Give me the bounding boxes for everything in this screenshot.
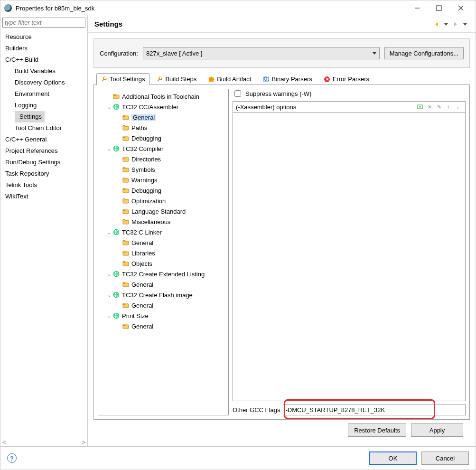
tool-tree-item[interactable]: Optimization — [99, 196, 227, 206]
tool-tree-item[interactable]: General — [99, 112, 227, 122]
expand-icon[interactable]: ⌄ — [106, 313, 112, 319]
list-moveup-icon[interactable]: ↑ — [444, 103, 453, 111]
help-icon[interactable]: ? — [7, 453, 17, 463]
nav-item[interactable]: Logging — [0, 100, 87, 111]
scroll-right-icon[interactable]: > — [82, 439, 85, 446]
puzzle-icon — [208, 76, 215, 83]
cancel-button[interactable]: Cancel — [421, 451, 469, 465]
tool-tree-label: General — [131, 239, 153, 246]
svg-rect-34 — [123, 241, 125, 242]
globe-icon — [112, 229, 120, 235]
configuration-select[interactable]: 827x_slave [ Active ] — [143, 47, 380, 59]
tool-tree-item[interactable]: Language Standard — [99, 206, 227, 216]
svg-rect-38 — [123, 262, 125, 263]
filter-input[interactable] — [2, 18, 85, 28]
nav-back-icon[interactable] — [433, 20, 440, 28]
ok-button[interactable]: OK — [369, 451, 417, 465]
nav-item[interactable]: C/C++ General — [0, 134, 87, 145]
tool-tree-label: Optimization — [131, 197, 166, 205]
suppress-warnings-checkbox[interactable] — [234, 90, 241, 97]
nav-item[interactable]: Task Repository — [0, 168, 87, 179]
tool-tree-item[interactable]: General — [99, 279, 227, 290]
tab-build-steps[interactable]: Build Steps — [152, 73, 202, 85]
tool-tree-item[interactable]: ⌄TC32 Compiler — [99, 143, 227, 154]
nav-item[interactable]: Tool Chain Editor — [0, 122, 87, 134]
nav-item[interactable]: Telink Tools — [0, 179, 87, 191]
tool-tree-item[interactable]: ⌄TC32 CC/Assembler — [99, 102, 227, 112]
nav-item[interactable]: C/C++ Build — [0, 54, 87, 66]
nav-item[interactable]: Environment — [0, 88, 87, 100]
scroll-left-icon[interactable]: < — [2, 439, 6, 446]
tool-tree-item[interactable]: ⌄TC32 C Linker — [99, 227, 227, 237]
tool-tree-item[interactable]: General — [99, 237, 227, 248]
manage-configurations-button[interactable]: Manage Configurations... — [384, 47, 464, 59]
configuration-panel: Configuration: 827x_slave [ Active ] Man… — [93, 38, 470, 68]
list-edit-icon[interactable]: ✎ — [435, 103, 443, 111]
nav-item[interactable]: Project References — [0, 145, 87, 157]
nav-tree: ResourceBuildersC/C++ BuildBuild Variabl… — [0, 29, 87, 438]
tab-label: Error Parsers — [333, 75, 369, 83]
tab-label: Build Artifact — [217, 75, 251, 83]
tool-tree-label: General — [131, 323, 153, 330]
nav-item[interactable]: Resource — [0, 31, 87, 43]
tool-tree-item[interactable]: Paths — [99, 122, 227, 133]
tab-tool-settings[interactable]: Tool Settings — [96, 73, 150, 85]
list-delete-icon[interactable]: ✕ — [425, 103, 434, 111]
tool-tree-item[interactable]: Debugging — [99, 133, 227, 143]
tool-tree-item[interactable]: General — [99, 300, 227, 310]
tool-tree-item[interactable]: General — [99, 321, 227, 331]
tab-label: Binary Parsers — [271, 75, 312, 83]
restore-defaults-button[interactable]: Restore Defaults — [348, 423, 406, 437]
expand-icon[interactable]: ⌄ — [106, 230, 112, 235]
nav-forward-icon[interactable] — [452, 20, 459, 28]
tool-tree-label: TC32 C Linker — [122, 229, 162, 236]
svg-rect-21 — [123, 168, 125, 169]
tool-tree-item[interactable]: Libraries — [99, 248, 227, 258]
expand-icon[interactable]: ⌄ — [106, 292, 112, 298]
tool-tree-item[interactable]: Symbols — [99, 164, 227, 175]
tool-tree-item[interactable]: Debugging — [99, 185, 227, 196]
svg-rect-9 — [113, 94, 116, 96]
list-movedown-icon[interactable]: ↓ — [454, 103, 462, 111]
configuration-value: 827x_slave [ Active ] — [146, 50, 203, 57]
tab-binary-parsers[interactable]: 010Binary Parsers — [258, 73, 317, 85]
window-title: Properties for b85m_ble_sdk — [16, 5, 406, 12]
tool-tree-item[interactable]: Additional Tools in Toolchain — [99, 91, 227, 102]
minimize-button[interactable] — [406, 0, 428, 16]
expand-icon[interactable]: ⌄ — [106, 104, 112, 110]
nav-item[interactable]: Run/Debug Settings — [0, 157, 87, 168]
tool-tree-item[interactable]: ⌄TC32 Create Extended Listing — [99, 269, 227, 279]
list-add-icon[interactable] — [416, 103, 424, 111]
tab-build-artifact[interactable]: Build Artifact — [204, 73, 256, 85]
nav-item[interactable]: Discovery Options — [0, 77, 87, 88]
expand-icon[interactable]: ⌄ — [106, 272, 112, 277]
tool-tree-item[interactable]: Miscellaneous — [99, 216, 227, 227]
tab-error-parsers[interactable]: ✕Error Parsers — [319, 73, 374, 85]
page-header: Settings — [88, 16, 476, 33]
globe-icon — [112, 103, 120, 110]
back-menu-icon[interactable] — [442, 20, 450, 28]
nav-item[interactable]: WikiText — [0, 191, 87, 202]
expand-icon[interactable]: ⌄ — [106, 146, 112, 151]
forward-menu-icon[interactable] — [461, 20, 469, 28]
other-gcc-flags-input[interactable] — [283, 404, 466, 415]
folder-icon — [122, 218, 130, 225]
apply-button[interactable]: Apply — [411, 423, 463, 437]
tool-tree-item[interactable]: Objects — [99, 258, 227, 269]
tool-tree-label: Objects — [131, 260, 152, 267]
tool-tree-item[interactable]: Directories — [99, 154, 227, 164]
maximize-button[interactable] — [428, 0, 450, 16]
close-button[interactable] — [450, 0, 472, 16]
xassembler-list[interactable] — [233, 112, 466, 401]
tool-tree-item[interactable]: ⌄Print Size — [99, 310, 227, 321]
tool-tree-item[interactable]: ⌄TC32 Create Flash image — [99, 290, 227, 300]
folder-icon — [122, 260, 130, 267]
left-scrollbar[interactable]: < > — [0, 438, 87, 446]
nav-item[interactable]: Settings — [15, 111, 45, 122]
nav-item[interactable]: Builders — [0, 43, 87, 54]
tool-tree[interactable]: Additional Tools in Toolchain⌄TC32 CC/As… — [98, 89, 229, 415]
folder-icon — [122, 177, 130, 183]
tool-tree-item[interactable]: Warnings — [99, 175, 227, 185]
nav-item[interactable]: Build Variables — [0, 66, 87, 77]
folder-icon — [122, 239, 130, 246]
